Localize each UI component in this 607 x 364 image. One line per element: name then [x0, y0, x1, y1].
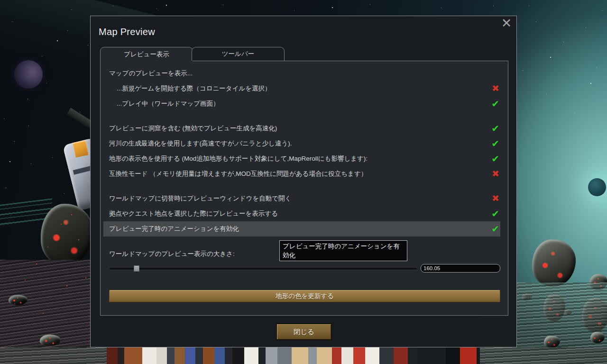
cross-icon[interactable]: ✖	[492, 191, 499, 206]
cross-icon[interactable]: ✖	[492, 166, 499, 182]
bg-red-sparks	[0, 0, 1, 1]
slider-value-input[interactable]	[421, 264, 500, 273]
setting-row[interactable]: 拠点やクエスト地点を選択した際にプレビューを表示する ✔	[109, 206, 500, 221]
slider-track[interactable]	[110, 268, 417, 270]
setting-row-hovered[interactable]: プレビュー完了時のアニメーションを有効化 ✔	[103, 221, 500, 237]
check-icon[interactable]: ✔	[491, 121, 499, 136]
setting-label: マップのプレビューを表示...	[109, 70, 193, 77]
setting-row[interactable]: ワールドマップに切替時にプレビューウィンドウを自動で開く ✖	[109, 191, 500, 206]
update-terrain-colors-button[interactable]: 地形の色を更新する	[109, 290, 500, 302]
setting-row[interactable]: ...新規ゲームを開始する際（コロニータイルを選択） ✖	[109, 81, 500, 96]
check-icon[interactable]: ✔	[491, 206, 499, 221]
preview-size-slider	[109, 264, 500, 273]
bg-planet-dark-icon	[14, 60, 43, 89]
check-icon[interactable]: ✔	[491, 96, 499, 111]
setting-label: 互換性モード （メモリ使用量は増えますが,MOD互換性に問題がある場合に役立ちま…	[109, 170, 367, 177]
setting-label: ワールドマップに切替時にプレビューウィンドウを自動で開く	[109, 195, 291, 202]
setting-row: マップのプレビューを表示...	[109, 66, 500, 81]
setting-label: ...新規ゲームを開始する際（コロニータイルを選択）	[117, 85, 271, 92]
settings-panel: マップのプレビューを表示... ...新規ゲームを開始する際（コロニータイルを選…	[100, 61, 508, 316]
close-button[interactable]: 閉じる	[276, 323, 332, 340]
bg-planet-teal-icon	[588, 178, 606, 196]
tab-toolbar[interactable]: ツールバー	[192, 47, 285, 61]
setting-label: プレビューに洞窟を含む (無効でプレビュー生成を高速化)	[109, 125, 277, 132]
bg-asteroid-left	[41, 204, 93, 265]
setting-row[interactable]: 地形の表示色を使用する (Mod追加地形もサポート対象にして,MapReroll…	[109, 151, 500, 166]
setting-label: 拠点やクエスト地点を選択した際にプレビューを表示する	[109, 210, 278, 217]
cross-icon[interactable]: ✖	[492, 81, 499, 96]
setting-label: ...プレイ中（ワールドマップ画面）	[117, 100, 220, 107]
tooltip: プレビュー完了時のアニメーションを有効化	[279, 240, 407, 261]
tab-preview-display[interactable]: プレビュー表示	[100, 47, 193, 61]
slider-handle[interactable]	[134, 265, 139, 272]
setting-label: 河川の生成最適化を使用します(高速ですが,バニラと少し違う).	[109, 140, 292, 147]
settings-list: マップのプレビューを表示... ...新規ゲームを開始する際（コロニータイルを選…	[101, 66, 508, 302]
check-icon[interactable]: ✔	[491, 221, 499, 237]
close-icon[interactable]: ✕	[499, 16, 514, 31]
bg-character-art	[107, 347, 480, 364]
setting-label: 地形の表示色を使用する (Mod追加地形もサポート対象にして,MapReroll…	[109, 155, 368, 162]
setting-row[interactable]: 互換性モード （メモリ使用量は増えますが,MOD互換性に問題がある場合に役立ちま…	[109, 166, 500, 182]
setting-row[interactable]: ...プレイ中（ワールドマップ画面） ✔	[109, 96, 500, 111]
map-preview-dialog: Map Preview ✕ プレビュー表示 ツールバー マップのプレビューを表示…	[90, 16, 517, 347]
dialog-title: Map Preview	[99, 27, 155, 37]
setting-row[interactable]: プレビューに洞窟を含む (無効でプレビュー生成を高速化) ✔	[109, 121, 500, 136]
setting-row[interactable]: 河川の生成最適化を使用します(高速ですが,バニラと少し違う). ✔	[109, 136, 500, 151]
setting-label: プレビュー完了時のアニメーションを有効化	[109, 225, 239, 232]
check-icon[interactable]: ✔	[491, 136, 499, 151]
check-icon[interactable]: ✔	[491, 151, 499, 166]
bg-asteroid-large	[532, 239, 576, 287]
